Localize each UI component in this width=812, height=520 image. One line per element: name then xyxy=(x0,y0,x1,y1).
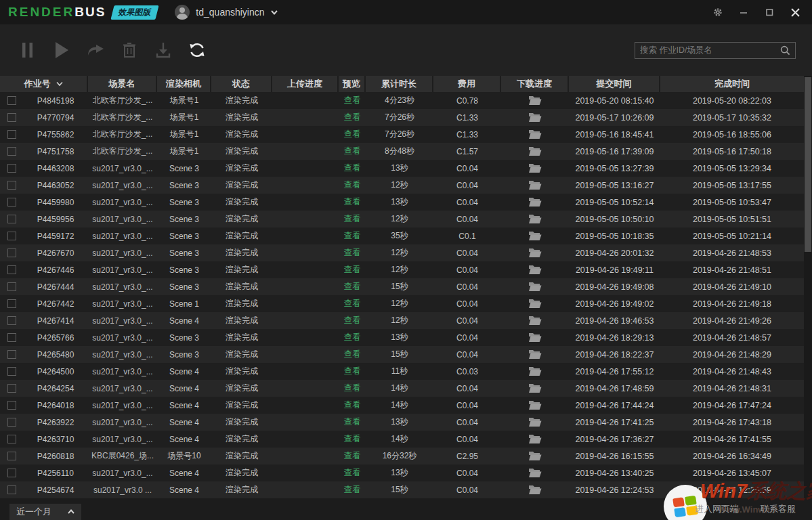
maximize-button[interactable] xyxy=(759,3,779,21)
row-checkbox-cell[interactable] xyxy=(0,194,23,211)
preview-cell[interactable]: 查看 xyxy=(339,244,366,261)
preview-cell[interactable]: 查看 xyxy=(339,312,366,329)
download-folder-icon[interactable] xyxy=(528,197,542,207)
table-row[interactable]: P4463052su2017_vr3.0_...Scene 3渲染完成查看12秒… xyxy=(0,177,804,194)
download-folder-icon[interactable] xyxy=(528,299,542,309)
checkbox[interactable] xyxy=(7,248,16,257)
vertical-scrollbar[interactable] xyxy=(804,76,812,498)
download-cell[interactable] xyxy=(501,126,569,143)
download-cell[interactable] xyxy=(501,380,569,397)
download-folder-icon[interactable] xyxy=(528,316,542,326)
preview-cell[interactable]: 查看 xyxy=(339,448,366,464)
table-row[interactable]: P4770794北欧客厅沙发_...场景号1渲染完成查看7分26秒C1.3320… xyxy=(0,109,804,126)
download-cell[interactable] xyxy=(501,143,569,160)
preview-link[interactable]: 查看 xyxy=(344,298,361,309)
preview-link[interactable]: 查看 xyxy=(344,383,361,394)
download-folder-icon[interactable] xyxy=(528,383,542,393)
preview-cell[interactable]: 查看 xyxy=(339,329,366,346)
row-checkbox-cell[interactable] xyxy=(0,295,23,312)
download-cell[interactable] xyxy=(501,92,569,109)
download-cell[interactable] xyxy=(501,278,569,295)
checkbox[interactable] xyxy=(7,401,16,410)
preview-link[interactable]: 查看 xyxy=(344,416,361,428)
download-cell[interactable] xyxy=(501,177,569,194)
row-checkbox-cell[interactable] xyxy=(0,92,23,109)
preview-link[interactable]: 查看 xyxy=(344,281,361,292)
table-row[interactable]: P4264500su2017_vr3.0_...Scene 4渲染完成查看11秒… xyxy=(0,363,804,380)
download-folder-icon[interactable] xyxy=(528,180,542,190)
table-row[interactable]: P4267442su2017_vr3.0_...Scene 1渲染完成查看12秒… xyxy=(0,295,804,312)
preview-cell[interactable]: 查看 xyxy=(339,278,366,295)
checkbox[interactable] xyxy=(7,282,16,291)
checkbox[interactable] xyxy=(7,316,16,325)
preview-link[interactable]: 查看 xyxy=(344,349,361,360)
user-menu[interactable]: td_quanshiyincn xyxy=(175,5,277,20)
close-button[interactable] xyxy=(785,3,805,21)
scrollbar-thumb[interactable] xyxy=(805,77,811,252)
preview-cell[interactable]: 查看 xyxy=(339,295,366,312)
table-row[interactable]: P4260818KBC展0426_场...场景号10渲染完成查看16分32秒C2… xyxy=(0,448,804,464)
download-folder-icon[interactable] xyxy=(528,146,542,156)
preview-link[interactable]: 查看 xyxy=(344,112,361,123)
download-folder-icon[interactable] xyxy=(528,282,542,292)
checkbox[interactable] xyxy=(7,198,16,207)
preview-link[interactable]: 查看 xyxy=(344,264,361,276)
row-checkbox-cell[interactable] xyxy=(0,177,23,194)
preview-cell[interactable]: 查看 xyxy=(339,160,366,177)
row-checkbox-cell[interactable] xyxy=(0,448,23,464)
download-cell[interactable] xyxy=(501,211,569,228)
preview-link[interactable]: 查看 xyxy=(344,450,361,462)
download-cell[interactable] xyxy=(501,295,569,312)
resubmit-button[interactable] xyxy=(84,39,107,62)
contact-support-link[interactable]: 联系客服 xyxy=(761,503,796,515)
preview-cell[interactable]: 查看 xyxy=(339,109,366,126)
download-folder-icon[interactable] xyxy=(528,417,542,427)
table-row[interactable]: P4265766su2017_vr3.0_...Scene 3渲染完成查看13秒… xyxy=(0,329,804,346)
preview-cell[interactable]: 查看 xyxy=(339,397,366,414)
preview-cell[interactable]: 查看 xyxy=(339,363,366,380)
row-checkbox-cell[interactable] xyxy=(0,397,23,414)
table-row[interactable]: P4264254su2017_vr3.0_...Scene 4渲染完成查看14秒… xyxy=(0,380,804,397)
checkbox[interactable] xyxy=(7,164,16,173)
row-checkbox-cell[interactable] xyxy=(0,312,23,329)
preview-link[interactable]: 查看 xyxy=(344,315,361,326)
checkbox[interactable] xyxy=(7,452,16,460)
download-folder-icon[interactable] xyxy=(528,332,542,343)
row-checkbox-cell[interactable] xyxy=(0,431,23,448)
download-folder-icon[interactable] xyxy=(528,112,542,123)
download-cell[interactable] xyxy=(501,160,569,177)
table-row[interactable]: P4845198北欧客厅沙发_...场景号1渲染完成查看4分23秒C0.7820… xyxy=(0,92,804,109)
preview-link[interactable]: 查看 xyxy=(344,332,361,343)
row-checkbox-cell[interactable] xyxy=(0,109,23,126)
table-row[interactable]: P4751758北欧客厅沙发_...场景号1渲染完成查看8分48秒C1.5720… xyxy=(0,143,804,160)
checkbox[interactable] xyxy=(7,418,16,427)
download-folder-icon[interactable] xyxy=(528,451,542,461)
checkbox[interactable] xyxy=(7,265,16,274)
preview-link[interactable]: 查看 xyxy=(344,467,361,479)
preview-link[interactable]: 查看 xyxy=(344,129,361,140)
table-row[interactable]: P4267446su2017_vr3.0_...Scene 3渲染完成查看12秒… xyxy=(0,261,804,278)
download-folder-icon[interactable] xyxy=(528,434,542,444)
preview-cell[interactable]: 查看 xyxy=(339,431,366,448)
table-row[interactable]: P4267414su2017_vr3.0_...Scene 4渲染完成查看12秒… xyxy=(0,312,804,329)
checkbox[interactable] xyxy=(7,350,16,359)
preview-cell[interactable]: 查看 xyxy=(339,92,366,109)
preview-link[interactable]: 查看 xyxy=(344,162,361,174)
row-checkbox-cell[interactable] xyxy=(0,278,23,295)
download-cell[interactable] xyxy=(501,346,569,363)
download-cell[interactable] xyxy=(501,431,569,448)
download-folder-icon[interactable] xyxy=(528,163,542,173)
download-cell[interactable] xyxy=(501,414,569,431)
preview-cell[interactable]: 查看 xyxy=(339,414,366,431)
row-checkbox-cell[interactable] xyxy=(0,228,23,244)
preview-link[interactable]: 查看 xyxy=(344,247,361,259)
row-checkbox-cell[interactable] xyxy=(0,211,23,228)
download-cell[interactable] xyxy=(501,194,569,211)
settings-gear-icon[interactable] xyxy=(708,3,728,21)
download-cell[interactable] xyxy=(501,244,569,261)
preview-cell[interactable]: 查看 xyxy=(339,194,366,211)
table-row[interactable]: P4263710su2017_vr3.0_...Scene 4渲染完成查看14秒… xyxy=(0,431,804,448)
checkbox[interactable] xyxy=(7,469,16,477)
row-checkbox-cell[interactable] xyxy=(0,261,23,278)
download-cell[interactable] xyxy=(501,261,569,278)
